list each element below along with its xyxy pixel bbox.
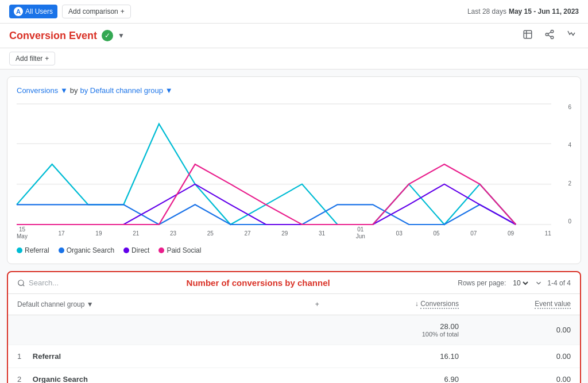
total-channel-cell [8,315,294,345]
filter-plus-icon: + [45,55,49,63]
dimension-label: by Default channel group [80,86,163,95]
table-row: 2 Organic Search 6.90 0.00 [8,368,580,384]
x-label-29: 29 [281,230,288,237]
row1-conversions: 16.10 [440,352,459,361]
referral-dot [17,247,22,253]
row1-channel-cell: 1 Referral [8,345,294,368]
x-label-05: 05 [433,230,439,237]
direct-dot [123,247,129,253]
export-button[interactable] [520,27,535,44]
col-channel-header[interactable]: Default channel group ▼ [8,294,294,315]
chart-y-axis: 6 4 2 0 [554,104,571,225]
row2-conversions: 6.90 [444,375,459,383]
svg-rect-0 [524,30,532,38]
dimension-dropdown[interactable]: by Default channel group ▼ [80,86,172,95]
top-bar-left: A All Users Add comparison + [9,5,131,18]
svg-point-2 [546,33,548,36]
total-plus-cell [294,315,340,345]
metric-dropdown[interactable]: Conversions ▼ [17,86,68,95]
x-label-jun01: 01Jun [356,226,365,240]
sub-bar-right [520,27,579,44]
add-filter-label: Add filter [16,55,42,63]
table-row: 1 Referral 16.10 0.00 [8,345,580,368]
total-event-value: 0.00 [556,326,571,334]
col-event-value-label: Event value [535,300,571,309]
x-label-07: 07 [470,230,477,237]
count-label: 1-4 of 4 [547,279,571,287]
all-users-badge[interactable]: A All Users [9,5,57,18]
page-title: Conversion Event [9,30,97,42]
insights-button[interactable] [564,27,579,44]
user-icon: A [14,7,23,16]
add-comparison-button[interactable]: Add comparison + [62,5,131,18]
row2-channel: Organic Search [33,375,88,383]
legend-paid-social: Paid Social [158,246,201,254]
sub-bar: Conversion Event ✓ ▼ [0,24,588,48]
chart-title: Conversions ▼ by by Default channel grou… [17,86,571,95]
row1-rank: 1 [17,352,21,361]
svg-point-3 [551,36,554,39]
channel-dropdown-arrow[interactable]: ▼ [87,300,94,308]
add-comparison-label: Add comparison [68,7,118,16]
top-bar: A All Users Add comparison + Last 28 day… [0,0,588,24]
title-dropdown-arrow[interactable]: ▼ [118,32,125,40]
legend-organic-search: Organic Search [59,246,114,254]
total-conversions-pct: 100% of total [349,331,459,338]
add-filter-button[interactable]: Add filter + [9,52,55,65]
y-label-6: 6 [568,104,571,110]
all-users-label: All Users [25,7,53,16]
col-conversions-header[interactable]: ↓ Conversions [340,294,468,315]
x-label-23: 23 [170,230,176,237]
table-total-row: 28.00 100% of total 0.00 [8,315,580,345]
rows-info: Rows per page: 10 25 50 1-4 of 4 [458,278,571,288]
row1-extra-cell [294,345,340,368]
chart-area [17,104,551,225]
row2-event-value-cell: 0.00 [468,368,580,384]
plus-icon: + [121,7,125,16]
row1-event-value-cell: 0.00 [468,345,580,368]
search-icon [17,279,25,287]
data-toolbar: Search... Number of conversions by chann… [8,272,580,294]
x-label-11: 11 [545,230,551,237]
check-badge: ✓ [102,30,113,41]
row2-rank: 2 [17,375,21,383]
svg-point-8 [18,280,24,285]
col-event-value-header[interactable]: Event value [468,294,580,315]
paid-social-label: Paid Social [167,246,201,254]
paid-social-dot [158,247,164,253]
date-range: Last 28 days May 15 - Jun 11, 2023 [467,7,579,16]
section-title: Number of conversions by channel [187,278,330,288]
sort-arrow: ↓ [415,300,420,308]
x-label-19: 19 [95,230,102,237]
data-section: Search... Number of conversions by chann… [7,271,581,383]
share-button[interactable] [542,27,557,44]
row2-extra-cell [294,368,340,384]
x-label-03: 03 [396,230,403,237]
direct-label: Direct [131,246,149,254]
metric-label: Conversions [17,86,58,95]
total-conversions-value: 28.00 [349,322,459,331]
legend-referral: Referral [17,246,49,254]
chart-svg [17,104,551,225]
x-label-27: 27 [244,230,250,237]
svg-point-1 [551,30,554,33]
date-prefix: Last 28 days [467,7,506,16]
chart-section: Conversions ▼ by by Default channel grou… [7,76,581,264]
row1-conversions-cell: 16.10 [340,345,468,368]
x-label-may15: 15May [17,226,28,240]
y-label-0: 0 [568,218,571,225]
row2-conversions-cell: 6.90 [340,368,468,384]
y-label-4: 4 [568,142,571,148]
sub-bar-left: Conversion Event ✓ ▼ [9,30,125,42]
rows-per-page-select[interactable]: 10 25 50 [510,278,530,288]
chevron-down-icon [535,279,543,287]
legend-direct: Direct [123,246,149,254]
col-plus-header[interactable]: + [294,294,340,315]
chart-x-labels: 15May 17 19 21 23 25 27 29 31 01Jun 03 0… [17,225,551,242]
x-label-21: 21 [133,230,139,237]
search-placeholder[interactable]: Search... [29,278,59,287]
chart-title-by: by [70,86,78,95]
row1-channel: Referral [33,352,61,361]
organic-search-label: Organic Search [67,246,114,254]
referral-label: Referral [25,246,49,254]
